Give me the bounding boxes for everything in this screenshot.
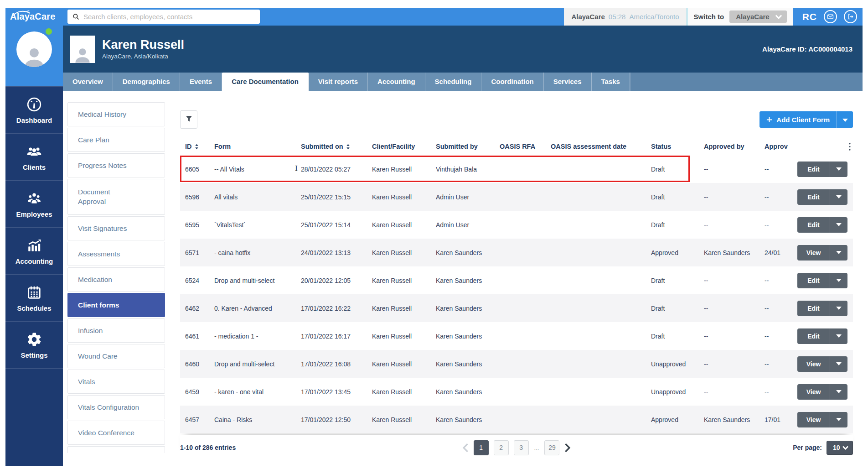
sidebar-item-vitals[interactable]: Vitals bbox=[67, 370, 165, 394]
add-client-form-caret[interactable] bbox=[837, 111, 853, 128]
per-page-select[interactable]: 10 bbox=[827, 441, 853, 455]
view-button[interactable]: View bbox=[797, 245, 830, 261]
row-action-caret[interactable] bbox=[830, 189, 847, 205]
clients-group-icon bbox=[26, 143, 42, 160]
pagination-prev-chevron-left-icon[interactable] bbox=[462, 443, 469, 453]
page-button-3[interactable]: 3 bbox=[514, 440, 529, 455]
edit-button[interactable]: Edit bbox=[797, 328, 830, 344]
cell-status: Draft bbox=[646, 193, 699, 201]
cell-actions: Edit bbox=[788, 301, 853, 316]
cell-id: 6595 bbox=[180, 211, 209, 239]
sidebar-item-document-approval[interactable]: Document Approval bbox=[67, 179, 165, 215]
current-time: 05:28 bbox=[609, 13, 626, 21]
edit-button[interactable]: Edit bbox=[797, 217, 830, 233]
cell-status: Draft bbox=[646, 221, 699, 229]
pagination-next-chevron-right-icon[interactable] bbox=[564, 443, 571, 453]
per-page-label: Per page: bbox=[793, 444, 822, 451]
logout-icon[interactable] bbox=[844, 10, 857, 23]
sidebar-item-label: Video Conference bbox=[78, 429, 134, 437]
nav-item-dashboard[interactable]: Dashboard bbox=[5, 86, 63, 133]
tab-events[interactable]: Events bbox=[180, 73, 222, 91]
cell-approved-by: -- bbox=[699, 360, 760, 368]
column-menu-kebab-icon[interactable] bbox=[848, 142, 853, 151]
sidebar-item-medication[interactable]: Medication bbox=[67, 267, 165, 292]
sidebar-item-assessments[interactable]: Assessments bbox=[67, 242, 165, 266]
view-button[interactable]: View bbox=[797, 356, 830, 372]
row-action-caret[interactable] bbox=[830, 162, 847, 177]
cell-client-facility: Karen Russell bbox=[367, 360, 431, 368]
page-button-29[interactable]: 29 bbox=[544, 440, 559, 455]
column-header-label: Submitted on bbox=[301, 143, 343, 150]
cell-approved-by: Karen Saunders bbox=[699, 416, 760, 423]
nav-item-employees[interactable]: Employees bbox=[5, 180, 63, 227]
column-header-oasis-rfa: OASIS RFA bbox=[495, 143, 546, 150]
tab-services[interactable]: Services bbox=[544, 73, 592, 91]
edit-button[interactable]: Edit bbox=[797, 162, 830, 177]
row-action-caret[interactable] bbox=[830, 412, 847, 427]
tab-demographics[interactable]: Demographics bbox=[113, 73, 180, 91]
row-action-caret[interactable] bbox=[830, 328, 847, 344]
nav-item-clients[interactable]: Clients bbox=[5, 133, 63, 180]
sidebar-item-video-conference[interactable]: Video Conference bbox=[67, 421, 165, 445]
nav-item-settings[interactable]: Settings bbox=[5, 321, 63, 368]
cell-form: Drop and multi-select bbox=[209, 277, 296, 284]
column-header-submitted-on[interactable]: Submitted on bbox=[296, 143, 367, 150]
tab-coordination[interactable]: Coordination bbox=[481, 73, 543, 91]
edit-button[interactable]: Edit bbox=[797, 189, 830, 205]
nav-item-accounting[interactable]: Accounting bbox=[5, 227, 63, 274]
sidebar-item-progress-notes[interactable]: Progress Notes bbox=[67, 153, 165, 177]
sidebar-item-care-plan[interactable]: Care Plan bbox=[67, 128, 165, 152]
row-action-caret[interactable] bbox=[830, 356, 847, 372]
row-action-caret[interactable] bbox=[830, 384, 847, 400]
row-action-caret[interactable] bbox=[830, 217, 847, 233]
table-row: 6459- karen - one vital17/01/2022 13:45K… bbox=[180, 378, 853, 406]
column-header-id[interactable]: ID bbox=[180, 143, 209, 150]
tab-care-documentation[interactable]: Care Documentation bbox=[222, 73, 309, 91]
edit-button[interactable]: Edit bbox=[797, 301, 830, 316]
mail-icon[interactable] bbox=[824, 10, 837, 23]
sort-icon[interactable] bbox=[346, 144, 350, 150]
nav-item-label: Accounting bbox=[16, 257, 53, 265]
plus-icon bbox=[766, 117, 772, 123]
sidebar-item-label: Medication bbox=[78, 276, 112, 284]
search-input[interactable] bbox=[83, 13, 255, 21]
user-avatar[interactable] bbox=[16, 31, 52, 67]
tab-visit-reports[interactable]: Visit reports bbox=[309, 73, 368, 91]
cell-id: 6605 bbox=[180, 155, 209, 183]
sidebar-item-medical-history[interactable]: Medical History bbox=[67, 102, 165, 126]
column-header-label: Approved by bbox=[704, 143, 744, 150]
client-tabs: OverviewDemographicsEventsCare Documenta… bbox=[63, 73, 863, 91]
page-button-2[interactable]: 2 bbox=[494, 440, 509, 455]
sidebar-item-visit-signatures[interactable]: Visit Signatures bbox=[67, 216, 165, 240]
view-button[interactable]: View bbox=[797, 412, 830, 427]
sidebar-item-infusion[interactable]: Infusion bbox=[67, 318, 165, 343]
topbar-right: AlayaCare 05:28 America/Toronto Switch t… bbox=[564, 8, 863, 26]
row-action-caret[interactable] bbox=[830, 245, 847, 261]
tab-tasks[interactable]: Tasks bbox=[592, 73, 630, 91]
switch-to-dropdown[interactable]: AlayaCare bbox=[729, 10, 786, 23]
tab-scheduling[interactable]: Scheduling bbox=[425, 73, 482, 91]
sidebar-item-client-forms[interactable]: Client forms bbox=[67, 293, 165, 317]
edit-button[interactable]: Edit bbox=[797, 273, 830, 288]
cell-form: 0. Karen - Advanced bbox=[209, 305, 296, 312]
sidebar-item-vitals-configuration[interactable]: Vitals Configuration bbox=[67, 395, 165, 419]
nav-item-label: Schedules bbox=[17, 304, 51, 312]
cell-submitted-on: 17/01/2022 12:50 bbox=[296, 416, 367, 423]
row-action-caret[interactable] bbox=[830, 273, 847, 288]
cell-submitted-by: Admin User bbox=[431, 193, 495, 201]
view-button[interactable]: View bbox=[797, 384, 830, 400]
nav-item-schedules[interactable]: Schedules bbox=[5, 274, 63, 321]
page-button-1[interactable]: 1 bbox=[474, 440, 489, 455]
filter-button[interactable] bbox=[180, 110, 197, 129]
pagination-ellipsis: ... bbox=[534, 444, 539, 451]
tab-overview[interactable]: Overview bbox=[63, 73, 113, 91]
sidebar-item-wound-care[interactable]: Wound Care bbox=[67, 344, 165, 368]
row-action-caret[interactable] bbox=[830, 301, 847, 316]
cell-approved-by: -- bbox=[699, 221, 760, 229]
add-client-form-main[interactable]: Add Client Form bbox=[760, 111, 837, 128]
cell-form: `VitalsTest` bbox=[209, 221, 296, 229]
sort-icon[interactable] bbox=[195, 144, 199, 150]
sidebar-item-label: Progress Notes bbox=[78, 162, 127, 170]
tab-accounting[interactable]: Accounting bbox=[368, 73, 425, 91]
user-initials[interactable]: RC bbox=[802, 11, 817, 22]
